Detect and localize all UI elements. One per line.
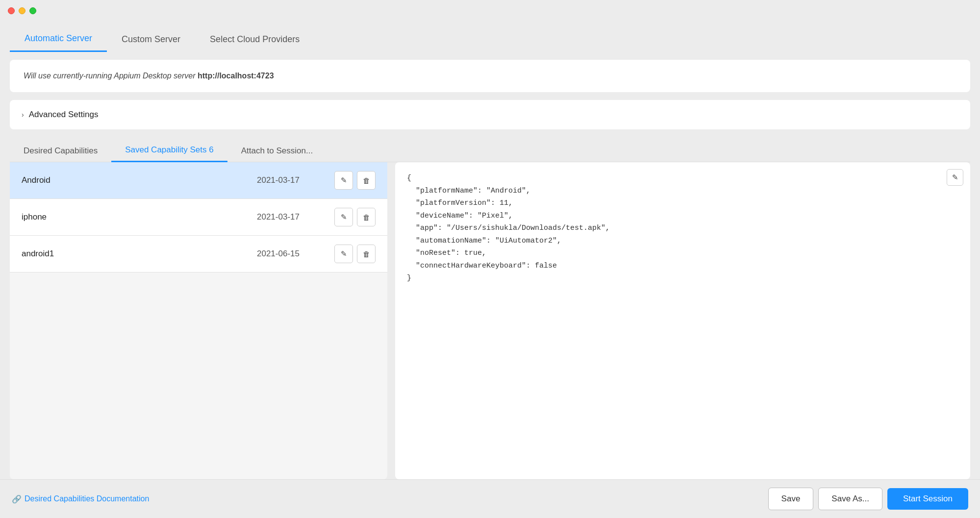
title-bar (0, 0, 980, 22)
saved-set-date-android1: 2021-06-15 (257, 249, 321, 259)
documentation-link[interactable]: 🔗 Desired Capabilities Documentation (12, 494, 149, 504)
link-icon: 🔗 (12, 494, 22, 504)
maximize-button[interactable] (29, 7, 36, 14)
chevron-right-icon: › (22, 111, 24, 119)
json-line: } (407, 272, 958, 285)
delete-android-button[interactable]: 🗑 (357, 171, 376, 190)
advanced-settings-row[interactable]: › Advanced Settings (10, 100, 970, 129)
edit-icon: ✎ (341, 249, 347, 258)
delete-icon: 🗑 (363, 176, 370, 185)
delete-android1-button[interactable]: 🗑 (357, 245, 376, 263)
save-button[interactable]: Save (768, 488, 814, 510)
doc-link-label: Desired Capabilities Documentation (25, 494, 149, 503)
tab-automatic-server[interactable]: Automatic Server (10, 26, 107, 52)
delete-icon: 🗑 (363, 213, 370, 222)
saved-set-name-android1: android1 (22, 249, 257, 259)
edit-icon: ✎ (952, 173, 958, 182)
edit-icon: ✎ (341, 213, 347, 222)
json-edit-button[interactable]: ✎ (947, 169, 963, 186)
delete-icon: 🗑 (363, 250, 370, 258)
json-line: "noReset": true, (407, 247, 958, 260)
json-line: "deviceName": "Pixel", (407, 210, 958, 222)
json-content: { "platformName": "Android", "platformVe… (407, 172, 958, 285)
tab-custom-server[interactable]: Custom Server (107, 26, 195, 52)
tab-select-cloud-providers[interactable]: Select Cloud Providers (195, 26, 314, 52)
save-as-button[interactable]: Save As... (818, 488, 882, 510)
saved-sets-panel: Android 2021-03-17 ✎ 🗑 iphone 2021-03-17… (10, 162, 387, 479)
saved-set-date-iphone: 2021-03-17 (257, 212, 321, 222)
json-line: { (407, 172, 958, 185)
main-container: Automatic Server Custom Server Select Cl… (0, 22, 980, 479)
json-line: "platformVersion": 11, (407, 197, 958, 210)
saved-set-name-iphone: iphone (22, 212, 257, 222)
edit-android1-button[interactable]: ✎ (334, 245, 353, 263)
close-button[interactable] (8, 7, 15, 14)
start-session-button[interactable]: Start Session (887, 488, 968, 510)
minimize-button[interactable] (19, 7, 25, 14)
json-line: "platformName": "Android", (407, 185, 958, 197)
edit-icon: ✎ (341, 176, 347, 185)
saved-set-row-iphone[interactable]: iphone 2021-03-17 ✎ 🗑 (10, 199, 387, 236)
server-url: http://localhost:4723 (198, 72, 274, 80)
tab-saved-capability-sets[interactable]: Saved Capability Sets 6 (111, 139, 227, 162)
json-preview-panel: ✎ { "platformName": "Android", "platform… (395, 162, 970, 479)
json-line: "automationName": "UiAutomator2", (407, 235, 958, 247)
server-tabs: Automatic Server Custom Server Select Cl… (10, 22, 970, 52)
content-area: Android 2021-03-17 ✎ 🗑 iphone 2021-03-17… (10, 162, 970, 479)
edit-android-button[interactable]: ✎ (334, 171, 353, 190)
json-line: "app": "/Users/sishukla/Downloads/test.a… (407, 222, 958, 235)
info-text: Will use currently-running Appium Deskto… (24, 72, 198, 80)
saved-set-row-android[interactable]: Android 2021-03-17 ✎ 🗑 (10, 162, 387, 199)
tab-attach-to-session[interactable]: Attach to Session... (227, 139, 327, 162)
json-line: "connectHardwareKeyboard": false (407, 260, 958, 272)
bottom-bar: 🔗 Desired Capabilities Documentation Sav… (0, 479, 980, 518)
server-info-box: Will use currently-running Appium Deskto… (10, 60, 970, 92)
tab-desired-capabilities[interactable]: Desired Capabilities (10, 139, 111, 162)
advanced-settings-label: Advanced Settings (29, 110, 99, 120)
delete-iphone-button[interactable]: 🗑 (357, 208, 376, 226)
saved-set-date-android: 2021-03-17 (257, 175, 321, 185)
capability-tabs: Desired Capabilities Saved Capability Se… (10, 139, 970, 162)
edit-iphone-button[interactable]: ✎ (334, 208, 353, 226)
bottom-actions: Save Save As... Start Session (768, 488, 968, 510)
saved-set-name-android: Android (22, 175, 257, 185)
saved-set-row-android1[interactable]: android1 2021-06-15 ✎ 🗑 (10, 236, 387, 272)
